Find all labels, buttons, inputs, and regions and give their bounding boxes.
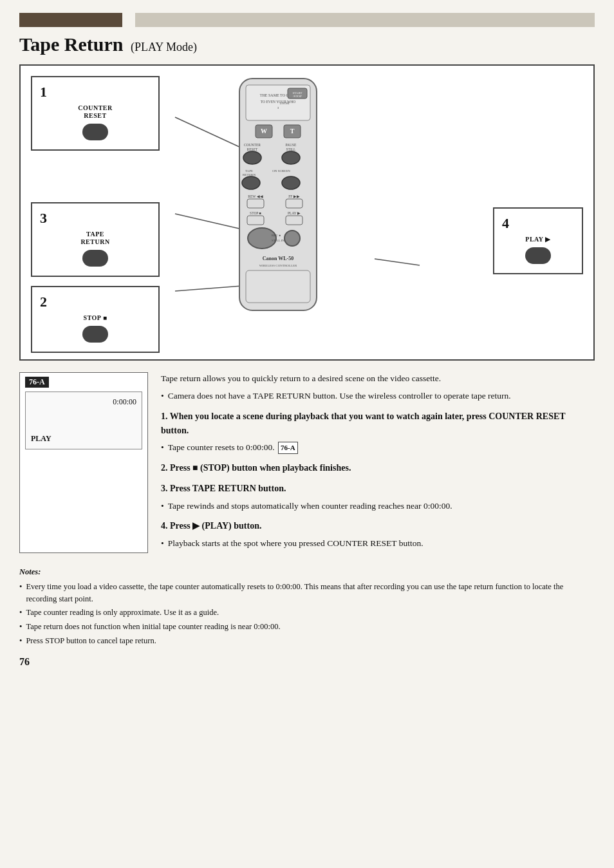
svg-text:RESET: RESET <box>247 147 258 151</box>
note-text-2: Tape counter reading is only approximate… <box>26 607 219 619</box>
play-button-diagram[interactable] <box>525 247 551 264</box>
svg-text:ZOOM: ZOOM <box>280 102 290 105</box>
step-label-2: STOP ■ <box>40 314 151 322</box>
svg-point-36 <box>248 228 276 249</box>
svg-point-39 <box>284 231 300 246</box>
step-number-3: 3 <box>40 210 151 227</box>
note-item-4: • Press STOP button to cancel tape retur… <box>19 635 595 647</box>
page-number: 76 <box>19 656 595 668</box>
step-label-3: TAPERETURN <box>40 231 151 246</box>
step-number-4: 4 <box>502 215 574 232</box>
screen-panel: 76-A 0:00:00 PLAY <box>19 372 148 553</box>
note-item-2: • Tape counter reading is only approxima… <box>19 607 595 619</box>
step-box-1: 1 COUNTERRESET <box>31 76 160 151</box>
svg-text:RETURN: RETURN <box>243 173 256 176</box>
page-title: Tape Return (PLAY Mode) <box>19 33 595 55</box>
intro-paragraph: Tape return allows you to quickly return… <box>161 372 595 386</box>
step-heading-4: 4. Press ▶ (PLAY) button. <box>161 519 595 533</box>
svg-text:REC ●: REC ● <box>272 234 281 237</box>
svg-text:ON SCREEN: ON SCREEN <box>272 169 290 173</box>
notes-title: Notes: <box>19 566 595 578</box>
svg-text:W: W <box>261 127 267 135</box>
svg-text:COUNTER: COUNTER <box>244 143 261 147</box>
step-heading-2: 2. Press ■ (STOP) button when playback f… <box>161 461 595 475</box>
svg-text:FF ▶▶: FF ▶▶ <box>288 194 300 198</box>
step-label-4: PLAY ▶ <box>502 236 574 243</box>
svg-point-26 <box>242 176 260 189</box>
svg-text:PAUSE: PAUSE <box>286 143 297 147</box>
svg-point-21 <box>243 151 261 164</box>
screen-mode: PLAY <box>31 434 51 444</box>
svg-point-27 <box>282 176 300 189</box>
step-box-4: 4 PLAY ▶ <box>493 207 583 274</box>
svg-text:/STOP: /STOP <box>293 95 302 98</box>
tape-return-button[interactable] <box>82 250 108 267</box>
step-heading-3: 3. Press TAPE RETURN button. <box>161 482 595 496</box>
header-bar-left <box>19 13 122 27</box>
svg-rect-35 <box>286 216 302 225</box>
svg-text:TAPE: TAPE <box>245 169 253 173</box>
step-box-3: 3 TAPERETURN <box>31 202 160 277</box>
svg-rect-31 <box>286 199 302 208</box>
note-item-1: • Every time you load a video cassette, … <box>19 581 595 605</box>
title-main: Tape Return <box>19 33 123 55</box>
stop-button[interactable] <box>82 326 108 343</box>
step1-sub: • Tape counter resets to 0:00:00. 76-A <box>161 441 595 455</box>
remote-control: THE SAME TO ONES TO EVEN YOUR WHO 3 STAR… <box>220 72 336 332</box>
screen-time: 0:00:00 <box>113 397 136 407</box>
step4-sub-text: Playback starts at the spot where you pr… <box>168 537 423 551</box>
svg-text:STILL: STILL <box>286 147 297 151</box>
remote-svg: THE SAME TO ONES TO EVEN YOUR WHO 3 STAR… <box>220 72 336 330</box>
step4-sub: • Playback starts at the spot where you … <box>161 537 595 551</box>
svg-line-3 <box>375 259 420 265</box>
note-text-3: Tape return does not function when initi… <box>26 621 280 633</box>
svg-point-22 <box>282 151 300 164</box>
svg-text:STOP ■: STOP ■ <box>250 211 261 215</box>
diagram-box: 1 COUNTERRESET 3 TAPERETURN 2 STOP ■ THE… <box>19 64 595 361</box>
step1-sub-text: Tape counter resets to 0:00:00. 76-A <box>168 441 298 455</box>
note-item-3: • Tape return does not function when ini… <box>19 621 595 633</box>
step-number-1: 1 <box>40 84 151 100</box>
svg-rect-34 <box>247 216 264 225</box>
step-label-1: COUNTERRESET <box>40 104 151 120</box>
svg-rect-30 <box>247 199 264 208</box>
svg-text:PLAY ▶: PLAY ▶ <box>288 211 301 215</box>
step3-sub-text: Tape rewinds and stops automatically whe… <box>168 500 452 513</box>
camera-note: Camera does not have a TAPE RETURN butto… <box>168 390 511 403</box>
counter-reset-button[interactable] <box>82 124 108 140</box>
screen-display: 0:00:00 PLAY <box>25 392 142 449</box>
title-sub: (PLAY Mode) <box>131 41 197 53</box>
svg-text:WIRELESS CONTROLLER: WIRELESS CONTROLLER <box>259 264 297 267</box>
step3-sub: • Tape rewinds and stops automatically w… <box>161 500 595 513</box>
step-number-2: 2 <box>40 294 151 310</box>
step-box-2: 2 STOP ■ <box>31 286 160 353</box>
svg-rect-42 <box>246 270 310 303</box>
camera-note-item: • Camera does not have a TAPE RETURN but… <box>161 390 595 403</box>
instructions-text: Tape return allows you to quickly return… <box>161 372 595 553</box>
badge-76a: 76-A <box>278 442 298 454</box>
svg-text:Canon WL-50: Canon WL-50 <box>263 256 294 261</box>
note-text-4: Press STOP button to cancel tape return. <box>26 635 156 647</box>
svg-text:T: T <box>290 127 295 135</box>
notes-section: Notes: • Every time you load a video cas… <box>19 566 595 647</box>
content-section: 76-A 0:00:00 PLAY Tape return allows you… <box>19 372 595 553</box>
screen-tag: 76-A <box>25 377 49 388</box>
page-header <box>19 13 595 27</box>
note-text-1: Every time you load a video cassette, th… <box>26 581 595 605</box>
step-boxes-left: 1 COUNTERRESET 3 TAPERETURN 2 STOP ■ <box>31 76 160 353</box>
step-heading-1: 1. When you locate a scene during playba… <box>161 410 595 437</box>
header-bar-right <box>135 13 595 27</box>
svg-text:TO EVEN YOUR WHO: TO EVEN YOUR WHO <box>261 100 295 104</box>
svg-text:REW ◀◀: REW ◀◀ <box>248 194 263 198</box>
